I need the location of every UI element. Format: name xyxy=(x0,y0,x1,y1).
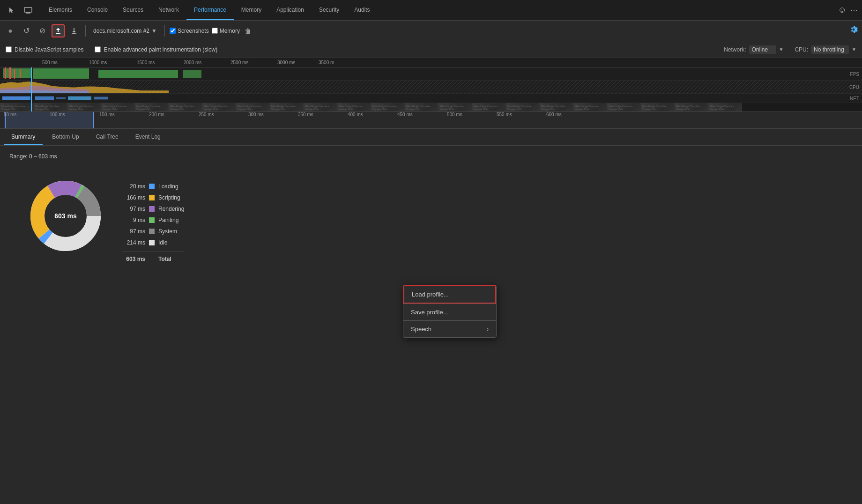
screenshot-thumb-13: Miles Bridge Chocolate Voyager Club xyxy=(438,103,472,112)
tab-audits[interactable]: Audits xyxy=(347,0,377,20)
cpu-dropdown-arrow: ▼ xyxy=(852,47,856,52)
fps-bar-red-2 xyxy=(9,67,11,79)
bottom-tabs: Summary Bottom-Up Call Tree Event Log xyxy=(0,129,862,146)
upload-profile-button[interactable] xyxy=(52,24,65,37)
screenshot-thumb-8: Miles Bridge Chocolate Voyager Club xyxy=(270,103,304,112)
clear-recordings-button[interactable]: 🗑 xyxy=(245,27,251,35)
tab-sources[interactable]: Sources xyxy=(115,0,151,20)
detail-300ms: 300 ms xyxy=(248,112,264,117)
svg-rect-11 xyxy=(68,96,91,100)
tab-event-log[interactable]: Event Log xyxy=(128,129,168,145)
cursor-icon[interactable] xyxy=(4,3,19,18)
screenshot-thumb-6: Miles Bridge Chocolate Voyager Club xyxy=(202,103,236,112)
timeline-detail-ruler[interactable]: 50 ms 100 ms 150 ms 200 ms 250 ms 300 ms… xyxy=(0,112,862,129)
svg-rect-0 xyxy=(24,7,32,12)
toolbar: ● ↺ ⊘ docs.microsoft.com #2 ▼ Screenshot… xyxy=(0,21,862,41)
total-row: 603 ms Total xyxy=(122,252,184,262)
tab-memory[interactable]: Memory xyxy=(234,0,269,20)
nav-right: ☺ ⋯ xyxy=(838,5,858,15)
ruler-2000ms: 2000 ms xyxy=(184,60,201,65)
tab-call-tree[interactable]: Call Tree xyxy=(89,129,126,145)
detail-450ms: 450 ms xyxy=(397,112,413,117)
timeline-overview[interactable]: 500 ms 1000 ms 1500 ms 2000 ms 2500 ms 3… xyxy=(0,58,862,112)
screenshot-thumb-1: Miles Bridge Chocolate Voyager Club xyxy=(34,103,67,112)
ruler-500ms: 500 ms xyxy=(42,60,58,65)
screenshots-checkbox[interactable] xyxy=(170,28,176,34)
save-profile-menu-item[interactable]: Save profile... xyxy=(403,304,496,320)
svg-rect-3 xyxy=(56,33,60,34)
fps-bar-red-3 xyxy=(14,69,15,79)
scripting-ms: 166 ms xyxy=(122,194,145,201)
ruler-3000ms: 3000 ms xyxy=(277,60,295,65)
loading-swatch xyxy=(149,184,155,189)
tab-bottom-up[interactable]: Bottom-Up xyxy=(45,129,86,145)
detail-500ms: 500 ms xyxy=(447,112,462,117)
fps-bar-4 xyxy=(183,70,201,78)
network-dropdown[interactable]: Online Fast 3G Slow 3G Offline xyxy=(749,45,776,54)
device-icon[interactable] xyxy=(21,3,36,18)
svg-rect-1 xyxy=(26,12,30,13)
cpu-dropdown[interactable]: No throttling 4x slowdown 6x slowdown xyxy=(811,45,849,54)
screenshot-thumb-10: Miles Bridge Chocolate Voyager Club xyxy=(337,103,371,112)
clear-button[interactable]: ⊘ xyxy=(36,24,49,37)
cursor-line-blue xyxy=(31,67,32,112)
nav-tabs: Elements Console Sources Network Perform… xyxy=(41,0,838,20)
screenshot-thumb-3: Miles Bridge Chocolate Voyager Club xyxy=(101,103,135,112)
rendering-swatch xyxy=(149,206,155,212)
profile-selector[interactable]: docs.microsoft.com #2 ▼ xyxy=(90,26,160,36)
tab-network[interactable]: Network xyxy=(151,0,186,20)
svg-marker-4 xyxy=(72,31,76,33)
speech-submenu-arrow: › xyxy=(487,326,489,333)
load-profile-menu-item[interactable]: Load profile... xyxy=(403,285,496,304)
screenshot-thumb-15: Miles Bridge Chocolate Voyager Club xyxy=(506,103,540,112)
total-swatch-placeholder xyxy=(149,256,155,262)
cpu-label-row: CPU xyxy=(849,84,859,89)
fps-bar-3 xyxy=(98,70,178,78)
speech-menu-item[interactable]: Speech › xyxy=(403,321,496,337)
screenshot-strip: Miles Bridge Chocolate Voyager ClubMiles… xyxy=(0,103,862,112)
emoji-icon[interactable]: ☺ xyxy=(838,5,847,15)
detail-200ms: 200 ms xyxy=(149,112,164,117)
disable-js-samples-option: Disable JavaScript samples xyxy=(6,46,83,53)
memory-checkbox[interactable] xyxy=(212,28,218,34)
total-ms: 603 ms xyxy=(122,256,145,262)
network-control: Network: Online Fast 3G Slow 3G Offline … xyxy=(724,45,783,54)
svg-rect-5 xyxy=(72,33,76,34)
fps-bar-2 xyxy=(33,68,89,79)
tab-security[interactable]: Security xyxy=(312,0,347,20)
detail-250ms: 250 ms xyxy=(199,112,214,117)
more-options-icon[interactable]: ⋯ xyxy=(850,6,858,15)
disable-js-samples-checkbox[interactable] xyxy=(6,46,12,52)
nav-icons xyxy=(4,3,36,18)
separator-1 xyxy=(85,25,86,37)
network-cpu-controls: Network: Online Fast 3G Slow 3G Offline … xyxy=(724,45,856,54)
screenshot-thumb-4: Miles Bridge Chocolate Voyager Club xyxy=(135,103,169,112)
screenshot-thumb-14: Miles Bridge Chocolate Voyager Club xyxy=(472,103,506,112)
tab-console[interactable]: Console xyxy=(80,0,115,20)
detail-350ms: 350 ms xyxy=(298,112,313,117)
legend-idle: 214 ms Idle xyxy=(122,239,184,246)
tab-summary[interactable]: Summary xyxy=(4,129,43,145)
download-profile-button[interactable] xyxy=(67,24,81,37)
enable-paint-checkbox[interactable] xyxy=(95,46,101,52)
screenshot-thumb-18: Miles Bridge Chocolate Voyager Club xyxy=(607,103,641,112)
legend-loading: 20 ms Loading xyxy=(122,183,184,190)
tab-performance[interactable]: Performance xyxy=(186,0,234,20)
detail-100ms: 100 ms xyxy=(50,112,65,117)
donut-chart: 603 ms xyxy=(28,178,103,253)
screenshot-thumb-20: Miles Bridge Chocolate Voyager Club xyxy=(675,103,708,112)
record-button[interactable]: ● xyxy=(4,24,17,37)
range-label: Range: 0 – 603 ms xyxy=(9,153,853,160)
network-label: Network: xyxy=(724,46,746,53)
screenshot-thumb-16: Miles Bridge Chocolate Voyager Club xyxy=(540,103,573,112)
reload-record-button[interactable]: ↺ xyxy=(20,24,33,37)
tab-elements[interactable]: Elements xyxy=(41,0,80,20)
screenshot-thumb-5: Miles Bridge Chocolate Voyager Club xyxy=(169,103,202,112)
system-name: System xyxy=(158,228,177,235)
timeline-ruler-top: 500 ms 1000 ms 1500 ms 2000 ms 2500 ms 3… xyxy=(0,58,862,67)
tab-application[interactable]: Application xyxy=(269,0,312,20)
settings-icon[interactable] xyxy=(849,25,858,37)
top-nav: Elements Console Sources Network Perform… xyxy=(0,0,862,21)
fps-bars xyxy=(0,67,862,80)
network-dropdown-arrow: ▼ xyxy=(779,47,784,52)
